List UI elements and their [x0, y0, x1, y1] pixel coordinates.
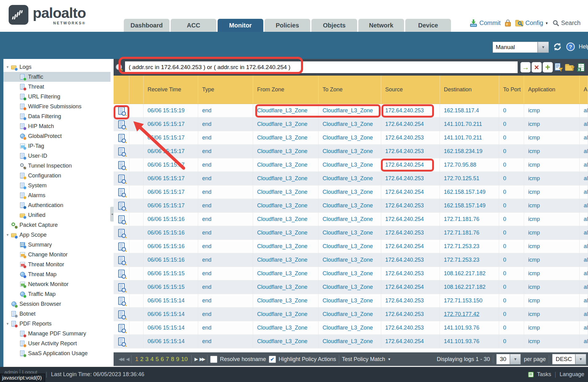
sidebar-item-session-browser[interactable]: Session Browser: [3, 299, 111, 309]
cell-source[interactable]: 172.64.240.253: [381, 253, 440, 267]
tab-acc[interactable]: ACC: [171, 19, 216, 32]
cell-source[interactable]: 172.64.240.253: [381, 226, 440, 239]
lock-icon[interactable]: [505, 19, 511, 27]
cell-destination[interactable]: 172.70.95.88: [440, 158, 499, 172]
sidebar-item-traffic-map[interactable]: Traffic Map: [3, 289, 111, 299]
page-8[interactable]: 8: [171, 356, 174, 362]
cell-destination[interactable]: 108.162.217.182: [440, 267, 499, 280]
log-detail-icon[interactable]: [118, 270, 125, 278]
sidebar-item-saas-application-usage[interactable]: SaaS Application Usage: [3, 348, 111, 358]
page-3[interactable]: 3: [145, 356, 149, 362]
cell-destination[interactable]: 162.158.117.4: [440, 104, 499, 117]
sidebar-item-botnet[interactable]: Botnet: [3, 309, 111, 319]
cell-source[interactable]: 172.64.240.254: [381, 280, 440, 294]
cell-destination[interactable]: 172.71.253.23: [440, 240, 499, 253]
cell-destination[interactable]: 141.101.70.211: [440, 118, 499, 131]
sidebar-item-network-monitor[interactable]: Network Monitor: [3, 279, 111, 289]
cell-source[interactable]: 172.64.240.253: [381, 294, 440, 307]
sidebar-item-threat-monitor[interactable]: Threat Monitor: [3, 260, 111, 269]
expander-icon[interactable]: ▼: [6, 322, 11, 326]
cell-destination[interactable]: 141.101.70.211: [440, 131, 499, 144]
sidebar-item-data-filtering[interactable]: Data Filtering: [3, 111, 111, 121]
page-7[interactable]: 7: [166, 356, 169, 362]
sidebar-item-manage-pdf-summary[interactable]: Manage PDF Summary: [3, 329, 111, 338]
refresh-mode-dropdown-icon[interactable]: ▼: [538, 42, 549, 53]
cell-destination[interactable]: 162.158.234.19: [440, 145, 499, 158]
col-header-destination[interactable]: Destination: [440, 76, 499, 104]
col-header-blank-1[interactable]: [129, 76, 144, 104]
sidebar-item-globalprotect[interactable]: GlobalProtect: [3, 131, 111, 141]
clear-filter-button[interactable]: ×: [532, 62, 542, 73]
cell-source[interactable]: 172.64.240.253: [381, 321, 440, 334]
cell-source[interactable]: 172.64.240.253: [381, 145, 440, 158]
sidebar-item-traffic[interactable]: Traffic: [3, 72, 111, 82]
log-detail-icon[interactable]: [118, 338, 125, 346]
search-button[interactable]: Search: [553, 19, 581, 27]
log-detail-icon[interactable]: [118, 243, 125, 251]
col-header-receive-time[interactable]: Receive Time: [144, 76, 198, 104]
tab-device[interactable]: Device: [405, 19, 451, 32]
cell-source[interactable]: 172.64.240.253: [381, 104, 440, 117]
cell-source[interactable]: 172.64.240.254: [381, 185, 440, 199]
col-header-type[interactable]: Type: [198, 76, 253, 104]
cell-source[interactable]: 172.64.240.253: [381, 131, 440, 144]
cell-destination[interactable]: 162.158.157.149: [440, 199, 499, 212]
cell-source[interactable]: 172.64.240.254: [381, 158, 440, 172]
sidebar-item-unified[interactable]: Unified: [3, 210, 111, 220]
tab-network[interactable]: Network: [358, 19, 404, 32]
first-page-button[interactable]: ◀◀: [119, 356, 123, 362]
sidebar-item-url-filtering[interactable]: URL Filtering: [3, 92, 111, 102]
tab-dashboard[interactable]: Dashboard: [124, 19, 169, 32]
highlight-policy-checkbox[interactable]: ✔: [269, 356, 276, 363]
cell-destination[interactable]: 141.101.93.76: [440, 321, 499, 334]
expander-icon[interactable]: ▼: [6, 233, 11, 237]
sidebar-item-packet-capture[interactable]: Packet Capture: [3, 220, 111, 230]
log-detail-icon[interactable]: [118, 324, 125, 332]
cell-source[interactable]: 172.64.240.253: [381, 172, 440, 185]
cell-source[interactable]: 172.64.240.254: [381, 335, 440, 348]
log-detail-icon[interactable]: [118, 297, 125, 305]
cell-destination[interactable]: 172.71.253.23: [440, 253, 499, 267]
sidebar-item-authentication[interactable]: Authentication: [3, 200, 111, 210]
tasks-link[interactable]: Tasks: [537, 371, 551, 378]
sidebar-item-system[interactable]: System: [3, 181, 111, 190]
col-header-source[interactable]: Source: [381, 76, 440, 104]
last-page-button[interactable]: ▶▶: [200, 356, 204, 362]
log-detail-icon[interactable]: [118, 215, 125, 223]
page-5[interactable]: 5: [156, 356, 159, 362]
sidebar-item-summary[interactable]: Summary: [3, 240, 111, 250]
cell-destination[interactable]: 108.162.217.182: [440, 280, 499, 294]
col-header-ac[interactable]: Ac: [580, 76, 588, 104]
sidebar-item-user-id[interactable]: User-ID: [3, 151, 111, 161]
log-detail-icon[interactable]: [118, 175, 125, 183]
log-detail-icon[interactable]: [118, 134, 125, 142]
log-detail-icon[interactable]: [118, 120, 125, 128]
sidebar-item-threat-map[interactable]: Threat Map: [3, 269, 111, 279]
expander-icon[interactable]: ▼: [6, 65, 11, 69]
cell-source[interactable]: 172.64.240.254: [381, 240, 440, 253]
log-detail-icon[interactable]: [118, 147, 125, 156]
sidebar-item-change-monitor[interactable]: Change Monitor: [3, 250, 111, 260]
log-detail-icon[interactable]: [118, 256, 125, 264]
page-9[interactable]: 9: [176, 356, 179, 362]
export-csv-button[interactable]: X: [576, 62, 586, 73]
sort-order-select[interactable]: DESC ▼: [552, 354, 586, 364]
sidebar-item-configuration[interactable]: Configuration: [3, 171, 111, 181]
sidebar-item-pdf-reports[interactable]: ▼PDF Reports: [3, 319, 111, 329]
sidebar-item-ip-tag[interactable]: IP-Tag: [3, 141, 111, 151]
col-header-from-zone[interactable]: From Zone: [253, 76, 319, 104]
log-detail-icon[interactable]: [118, 188, 125, 196]
resolve-hostname-checkbox[interactable]: [210, 356, 217, 363]
sidebar-item-tunnel-inspection[interactable]: Tunnel Inspection: [3, 161, 111, 171]
sidebar-item-user-activity-report[interactable]: User Activity Report: [3, 338, 111, 348]
log-detail-icon[interactable]: [118, 107, 125, 115]
test-policy-match-button[interactable]: Test Policy Match ▼: [342, 356, 391, 363]
cell-source[interactable]: 172.64.240.254: [381, 118, 440, 131]
sidebar-item-threat[interactable]: Threat: [3, 82, 111, 92]
log-detail-icon[interactable]: [118, 229, 125, 237]
page-2[interactable]: 2: [140, 356, 144, 362]
log-detail-icon[interactable]: [118, 161, 125, 169]
load-filter-button[interactable]: [565, 62, 575, 73]
cell-source[interactable]: 172.64.240.253: [381, 308, 440, 321]
next-page-button[interactable]: ▶: [194, 356, 197, 362]
